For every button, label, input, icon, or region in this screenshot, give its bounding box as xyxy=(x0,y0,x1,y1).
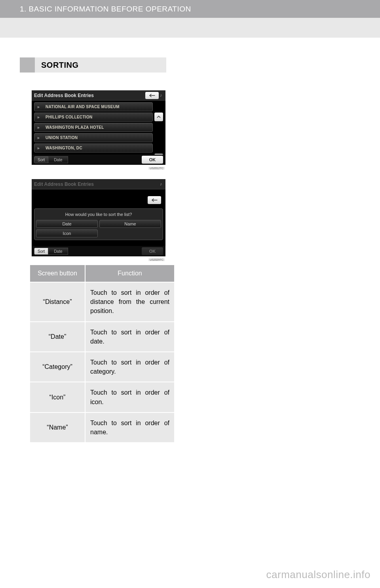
cell-button: “Date” xyxy=(30,322,86,351)
sort-dialog: How would you like to sort the list? Dat… xyxy=(34,208,163,240)
back-arrow-icon xyxy=(148,93,156,98)
content-column: SORTING Edit Address Book Entries ♪ ▸NAT… xyxy=(0,38,166,442)
dialog-prompt: How would you like to sort the list? xyxy=(36,212,161,217)
entry-icon: ▸ xyxy=(38,125,43,130)
cell-desc: Touch to sort in order of distance from … xyxy=(86,283,174,321)
screenshot-1-container: Edit Address Book Entries ♪ ▸NATIONAL AI… xyxy=(20,90,166,165)
list-item[interactable]: ▸PHILLIPS COLLECTION xyxy=(34,113,153,122)
sort-value[interactable]: Date xyxy=(48,156,68,163)
chapter-title: 1. BASIC INFORMATION BEFORE OPERATION xyxy=(20,5,191,13)
music-note-icon: ♪ xyxy=(160,181,163,187)
back-arrow-icon xyxy=(151,198,158,202)
sort-button[interactable]: Sort xyxy=(34,156,48,163)
sort-value: Date xyxy=(48,248,68,255)
list-item[interactable]: ▸WASHINGTON, DC xyxy=(34,143,153,153)
cell-desc: Touch to sort in order of name. xyxy=(86,413,174,442)
entry-icon: ▸ xyxy=(38,136,43,140)
ss2-titlebar: Edit Address Book Entries ♪ xyxy=(32,179,165,189)
table-row: “Category” Touch to sort in order of cat… xyxy=(30,351,174,382)
table-row: “Distance” Touch to sort in order of dis… xyxy=(30,282,174,321)
chapter-header: 1. BASIC INFORMATION BEFORE OPERATION xyxy=(0,0,380,18)
table-row: “Icon” Touch to sort in order of icon. xyxy=(30,382,174,412)
option-date[interactable]: Date xyxy=(36,220,98,228)
entry-icon: ▸ xyxy=(38,115,43,120)
list-item-label: UNION STATION xyxy=(46,136,78,140)
option-empty xyxy=(99,229,161,237)
dialog-back-button[interactable] xyxy=(148,196,161,204)
cell-button: “Distance” xyxy=(30,283,86,321)
ss1-title: Edit Address Book Entries xyxy=(34,93,94,98)
option-icon[interactable]: Icon xyxy=(36,229,98,237)
ss1-bottombar: Sort Date OK xyxy=(32,155,165,165)
th-function: Function xyxy=(86,265,174,282)
ok-button-disabled: OK xyxy=(142,247,163,255)
entry-icon: ▸ xyxy=(38,105,43,109)
cell-desc: Touch to sort in order of icon. xyxy=(86,382,174,412)
list-item-label: WASHINGTON, DC xyxy=(46,146,82,150)
cell-button: “Category” xyxy=(30,352,86,382)
ss1-list: ▸NATIONAL AIR AND SPACE MUSEUM ▸PHILLIPS… xyxy=(32,101,165,155)
list-item-label: WASHINGTON PLAZA HOTEL xyxy=(46,125,104,130)
chevron-up-icon xyxy=(157,115,161,119)
dialog-options: Date Name Icon xyxy=(36,220,161,237)
table-header: Screen button Function xyxy=(30,265,174,282)
list-item[interactable]: ▸NATIONAL AIR AND SPACE MUSEUM xyxy=(34,102,153,111)
list-item[interactable]: ▸WASHINGTON PLAZA HOTEL xyxy=(34,123,153,132)
option-name[interactable]: Name xyxy=(99,220,161,228)
sort-button[interactable]: Sort xyxy=(34,248,48,255)
heading-accent xyxy=(20,57,35,73)
list-item-label: NATIONAL AIR AND SPACE MUSEUM xyxy=(46,105,120,109)
section-heading: SORTING xyxy=(20,57,166,73)
watermark: carmanualsonline.info xyxy=(266,569,370,581)
cell-button: “Icon” xyxy=(30,382,86,412)
table-row: “Name” Touch to sort in order of name. xyxy=(30,412,174,442)
cell-button: “Name” xyxy=(30,413,86,442)
list-item-label: PHILLIPS COLLECTION xyxy=(46,115,92,119)
screenshot-1: Edit Address Book Entries ♪ ▸NATIONAL AI… xyxy=(32,90,165,165)
ss1-titlebar: Edit Address Book Entries ♪ xyxy=(32,90,165,101)
table-row: “Date” Touch to sort in order of date. xyxy=(30,321,174,351)
ss2-bottombar: Sort Date OK xyxy=(32,246,165,256)
entry-icon: ▸ xyxy=(38,146,43,151)
list-item[interactable]: ▸UNION STATION xyxy=(34,133,153,142)
ok-button[interactable]: OK xyxy=(142,156,163,164)
screenshot-2-container: Edit Address Book Entries ♪ How would yo… xyxy=(20,179,166,256)
section-title: SORTING xyxy=(35,57,166,73)
header-strip xyxy=(0,18,380,38)
function-table: Screen button Function “Distance” Touch … xyxy=(30,265,174,442)
screenshot-code: US2029TC xyxy=(148,258,165,261)
music-note-icon: ♪ xyxy=(160,93,163,98)
cell-desc: Touch to sort in order of date. xyxy=(86,322,174,351)
ss2-title: Edit Address Book Entries xyxy=(34,181,94,187)
cell-desc: Touch to sort in order of category. xyxy=(86,352,174,382)
back-button[interactable] xyxy=(145,92,159,99)
scroll-up-button[interactable] xyxy=(154,113,163,121)
screenshot-2: Edit Address Book Entries ♪ How would yo… xyxy=(32,179,165,256)
th-screen-button: Screen button xyxy=(30,265,86,282)
screenshot-code: US2012TC xyxy=(148,167,165,170)
